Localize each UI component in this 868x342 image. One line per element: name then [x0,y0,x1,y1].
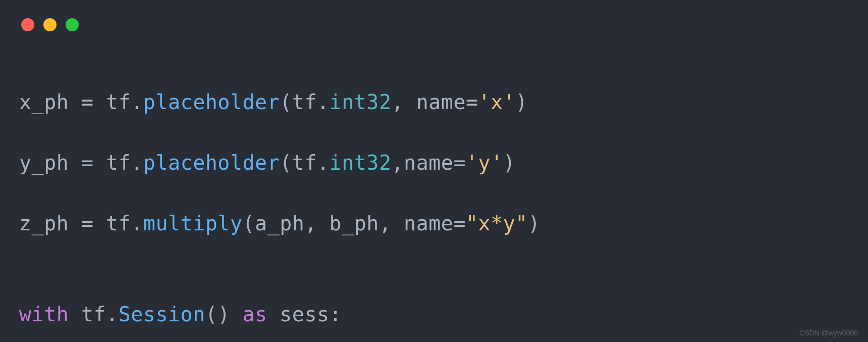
code-token: tf. [94,90,143,114]
code-token: ) [503,151,516,174]
code-token: (tf. [280,90,329,114]
code-token: ) [528,212,540,235]
code-token: sess: [267,303,342,326]
code-token: tf. [94,151,143,174]
code-token: ) [515,90,528,114]
window-controls [0,0,868,31]
code-token: 'y' [466,151,503,174]
code-line-2: y_ph = tf.placeholder(tf.int32,name='y') [19,148,849,178]
code-token: = [81,212,94,235]
code-token: placeholder [143,151,280,174]
code-token: , name= [392,90,478,114]
code-token: x_ph [19,90,81,114]
maximize-icon[interactable] [66,18,79,31]
watermark: CSDN @wyw0000 [799,329,858,337]
code-token: int32 [330,151,392,174]
code-token: = [81,151,94,174]
code-token: (tf. [280,151,329,174]
code-token: tf. [94,212,143,235]
code-line-5: with tf.Session() as sess: [19,299,849,329]
code-token: z_ph [19,212,81,235]
code-token: tf. [69,303,118,326]
code-token: with [19,303,69,326]
close-icon[interactable] [21,18,34,31]
code-token: 'x' [478,90,516,114]
code-token: placeholder [143,90,280,114]
code-token: as [242,303,267,326]
code-line-1: x_ph = tf.placeholder(tf.int32, name='x'… [19,87,849,117]
code-token: = [81,90,94,114]
minimize-icon[interactable] [43,18,57,31]
code-token: () [205,303,243,326]
code-token: Session [119,303,205,326]
code-token: (a_ph, b_ph, name= [243,212,466,235]
code-token: y_ph [19,151,81,174]
code-token: int32 [330,90,392,114]
code-token: "x*y" [466,212,528,235]
code-line-3: z_ph = tf.multiply(a_ph, b_ph, name="x*y… [19,208,849,238]
code-editor: x_ph = tf.placeholder(tf.int32, name='x'… [0,31,868,342]
code-token: ,name= [392,151,466,174]
code-token: multiply [143,212,243,235]
